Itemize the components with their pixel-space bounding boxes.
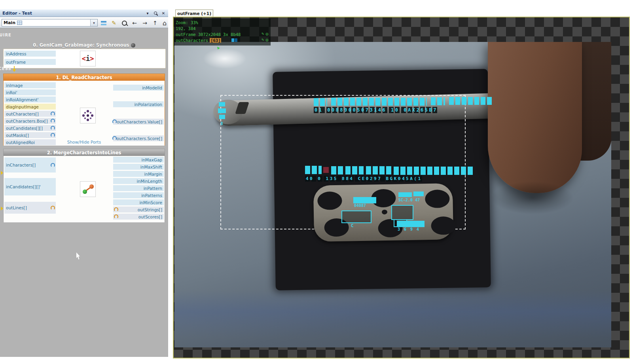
block1-header[interactable]: 1. DL_ReadCharacters [4,74,165,81]
connection-arc-icon [51,119,55,123]
ocr-chip [398,192,412,197]
port-inMargin[interactable]: inMargin [113,171,164,177]
macrofilter-grid-icon [17,21,22,25]
edit-overlay-icon[interactable]: ✎ [262,37,264,42]
connection-arc-icon [51,133,55,137]
home-button[interactable]: ⌂ [160,19,169,27]
port-diagInputImage[interactable]: diagInputImage [4,104,56,110]
port-inModelId[interactable]: inModelId [113,85,164,91]
port-outAlignedRoi[interactable]: outAlignedRoi [4,139,56,145]
forward-button[interactable]: → [140,19,150,27]
back-arrow-icon: ← [132,20,137,26]
block1-dl-readcharacters[interactable]: 1. DL_ReadCharacters inImage inRoi' inRo… [3,74,165,146]
port-inAddress[interactable]: inAddress [4,51,56,57]
port-outCandidates[interactable]: outCandidates[][] [4,125,56,131]
ocr-chip-rejected [323,167,329,173]
editor-title: Editor - Test [2,11,32,16]
search-icon [122,21,127,26]
characters-info-row: outCharacters [63] ✎ ◎ [176,37,269,43]
gear-icon [131,43,135,47]
port-inMaxShift[interactable]: inMaxShift [113,164,164,170]
program-editor-canvas[interactable]: ACQUIRE 0. GenICam_GrabImage: Synchronou… [0,28,168,357]
blue-reflection-band [174,290,611,338]
port-outCharactersScore[interactable]: outCharacters.Score[] [113,135,164,141]
layout-toggle-button[interactable] [99,19,108,27]
program-selector-value: Main [4,20,15,25]
visibility-target-icon[interactable]: ◎ [265,37,268,42]
pin-icon[interactable] [152,10,159,16]
port-inPatterns[interactable]: inPatterns [113,192,164,198]
port-inCandidates[interactable]: inCandidates[][]' [4,178,56,195]
port-inPattern[interactable]: inPattern [113,185,164,191]
port-outLines[interactable]: outLines[] [4,202,56,214]
port-outMasks[interactable]: outMasks[] [4,132,56,138]
ocr-text-line2: 40 0 135 884 CE0297 BGK045A(1 [305,176,423,182]
port-outFrame[interactable]: outFrame [4,59,56,65]
port-inPolarization[interactable]: inPolarization [113,101,164,107]
ocr-chip [219,115,225,119]
close-icon[interactable]: ✕ [160,10,167,16]
port-inRoiAlignment[interactable]: inRoiAlignment' [4,97,56,102]
port-outCharacters[interactable]: outCharacters[] [4,111,56,117]
block2-header[interactable]: 2. MergeCharactersIntoLines [4,149,165,156]
program-selector-dropdown[interactable]: ▾ [90,19,97,26]
ocr-plate-right-text: SC-2.0 47 [398,198,420,202]
light-glare [203,48,246,69]
editor-toolbar: Main ▾ ✎ ← → ↑ ⌂ [0,17,168,28]
block0-genicam-grabimage[interactable]: inAddress outFrame <i> [3,49,166,68]
port-outScores[interactable]: outScores[] [113,214,164,220]
app-screen: Editor - Test ▾ ✕ Main ▾ ✎ ← → ↑ ⌂ ACQUI… [0,0,633,364]
dl-readcharacters-icon [80,108,96,123]
section-process-label: PROCESS [0,66,11,71]
port-inImage[interactable]: inImage [4,82,56,88]
pencil-icon: ✎ [112,20,116,26]
back-button[interactable]: ← [130,19,139,27]
port-inMaxGap[interactable]: inMaxGap [113,157,164,163]
image-preview-view[interactable]: 01 00889005073146 10 0AX265B7 8 40 0 135… [173,17,630,358]
frame-info-row: outFrame 3072x2048 3x 8b48 ✎ ◎ [176,31,269,37]
editor-title-bar: Editor - Test ▾ ✕ [0,9,168,17]
block0-header[interactable]: 0. GenICam_GrabImage: Synchronous [3,42,165,48]
connection-arc-icon [51,163,55,167]
block2-mergecharactersintolines[interactable]: 2. MergeCharactersIntoLines inCharacters… [3,149,165,222]
search-button[interactable] [119,19,129,27]
forward-arrow-icon: → [142,20,147,26]
ocr-region-box [391,205,413,220]
port-inMinLength[interactable]: inMinLength [113,178,164,184]
visibility-target-icon[interactable]: ◎ [265,31,268,36]
preview-tab-outframe[interactable]: outFrame (+1) [175,9,213,17]
ocr-chip [218,108,226,113]
ocr-chip-group [345,166,364,174]
ocr-chip-group [431,97,445,105]
layer-toggle-icon[interactable] [231,38,234,42]
finger [488,42,582,193]
connection-arc-icon [112,119,117,124]
characters-count-badge: [63] [210,38,221,43]
ocr-chip-group [314,98,327,106]
panel-menu-caret-icon[interactable]: ▾ [144,10,151,16]
plate-hole [425,190,450,208]
ocr-plate-bottom-text: 3 6 9 4 [398,227,420,231]
port-outCharactersBox[interactable]: outCharacters.Box[] [4,118,56,124]
program-selector[interactable]: Main ▾ [2,19,98,27]
ocr-text-line1: 01 00889005073146 10 0AX265B7 [314,107,438,113]
port-inRoi[interactable]: inRoi' [4,89,56,95]
edit-overlay-icon[interactable]: ✎ [262,31,264,36]
edit-button[interactable]: ✎ [109,19,119,27]
up-button[interactable]: ↑ [150,19,160,27]
port-inMinScore[interactable]: inMinScore [113,199,164,205]
ocr-chip-group [366,166,391,174]
up-arrow-icon: ↑ [153,20,157,26]
port-inCharacters[interactable]: inCharacters[] [4,157,56,173]
connection-arc-icon [112,136,117,140]
ocr-chip-group [394,167,474,175]
connection-arc-icon [114,214,118,219]
ocr-chip-group [331,98,427,106]
ocr-chip [413,191,424,196]
show-hide-ports-link[interactable]: Show/Hide Ports [67,140,101,144]
cursor-coords-readout: 192, 384 [176,25,269,31]
port-outStrings[interactable]: outStrings[] [113,207,164,212]
port-outCharactersValue[interactable]: outCharacters.Value[] [113,119,164,125]
camera-frame-image: 01 00889005073146 10 0AX265B7 8 40 0 135… [174,42,611,347]
ocr-region-box [341,210,371,223]
